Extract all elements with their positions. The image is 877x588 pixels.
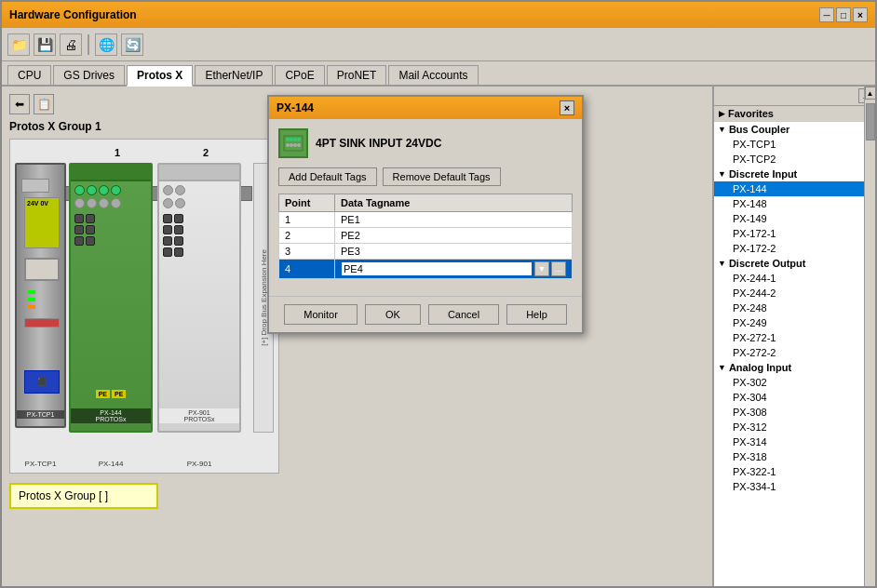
close-button[interactable]: × [853, 7, 868, 22]
editable-cell[interactable]: ▼ … [341, 261, 566, 276]
col-header-tagname: Data Tagname [335, 194, 573, 212]
toolbar-separator [88, 34, 89, 55]
table-row[interactable]: 1 PE1 [279, 212, 573, 228]
tree-item-px-148[interactable]: PX-148 [714, 196, 875, 211]
tree-item-px-314[interactable]: PX-314 [714, 434, 875, 449]
row-tagname-2[interactable]: PE2 [335, 228, 573, 244]
scroll-thumb[interactable] [866, 103, 875, 140]
row-tagname-4-cell[interactable]: ▼ … [335, 260, 573, 279]
section-bus-coupler: ▼ Bus Coupler PX-TCP1 PX-TCP2 [714, 122, 875, 167]
row-tagname-3[interactable]: PE3 [335, 244, 573, 260]
module-label-901: PX-901PROTOSx [159, 408, 239, 423]
tree-item-px-272-2[interactable]: PX-272-2 [714, 345, 875, 360]
add-tags-button[interactable]: Add Default Tags [278, 167, 377, 186]
monitor-button[interactable]: Monitor [284, 304, 358, 325]
section-header-bus-coupler[interactable]: ▼ Bus Coupler [714, 122, 875, 137]
tree-item-px-249[interactable]: PX-249 [714, 315, 875, 330]
tree-item-px-312[interactable]: PX-312 [714, 420, 875, 434]
slot-number-1: 1 [75, 147, 159, 158]
ok-button[interactable]: OK [365, 304, 421, 325]
title-bar: Hardware Configuration ─ □ × [2, 2, 875, 28]
cpu-blue-icon: ⬛ [24, 370, 60, 394]
svg-point-7 [293, 143, 297, 147]
tree-item-px-308[interactable]: PX-308 [714, 405, 875, 420]
minimize-button[interactable]: ─ [819, 7, 834, 22]
label-px-144: PX-144 [69, 460, 153, 468]
help-button[interactable]: Help [506, 304, 567, 325]
maximize-button[interactable]: □ [836, 7, 851, 22]
open-button[interactable]: 📁 [7, 33, 30, 56]
favorites-header[interactable]: ▶ Favorites [714, 106, 875, 122]
section-header-discrete-output[interactable]: ▼ Discrete Output [714, 256, 875, 271]
tree-item-px-172-2[interactable]: PX-172-2 [714, 241, 875, 256]
section-discrete-output: ▼ Discrete Output PX-244-1 PX-244-2 PX-2… [714, 256, 875, 360]
tab-gs-drives[interactable]: GS Drives [53, 65, 125, 85]
port-group-3 [159, 181, 239, 212]
tab-protos-x[interactable]: Protos X [127, 65, 193, 87]
copy-icon[interactable]: 📋 [34, 94, 54, 114]
tab-cpu[interactable]: CPU [7, 65, 51, 85]
row-point-4: 4 [279, 260, 335, 279]
modal-dialog: PX-144 × [267, 95, 584, 334]
section-header-discrete-input[interactable]: ▼ Discrete Input [714, 167, 875, 181]
bottom-group-label: Protos X Group [ ] [19, 489, 108, 502]
tree-item-px-144[interactable]: PX-144 [714, 181, 875, 196]
title-bar-buttons: ─ □ × [819, 7, 868, 22]
toolbar: 📁 💾 🖨 🌐 🔄 [2, 28, 875, 61]
vertical-scrollbar[interactable]: ▲ ▼ [864, 87, 875, 588]
tab-pronet[interactable]: ProNET [327, 65, 387, 85]
print-button[interactable]: 🖨 [60, 33, 82, 56]
tree-item-px-302[interactable]: PX-302 [714, 375, 875, 390]
table-row-selected[interactable]: 4 ▼ … [279, 260, 573, 279]
svg-point-6 [290, 143, 293, 147]
tree-item-px-149[interactable]: PX-149 [714, 211, 875, 226]
modal-title-bar: PX-144 × [269, 97, 582, 119]
device-header: 4PT SINK INPUT 24VDC [278, 128, 573, 158]
tree-item-px-322-1[interactable]: PX-322-1 [714, 464, 875, 479]
tree-item-px-tcp1[interactable]: PX-TCP1 [714, 137, 875, 152]
module-top-bar-1 [71, 165, 151, 181]
section-expander-bus-coupler: ▼ [718, 125, 726, 134]
ellipsis-btn[interactable]: … [551, 261, 566, 276]
tree-item-px-244-1[interactable]: PX-244-1 [714, 271, 875, 286]
scroll-track [865, 100, 875, 588]
modal-close-button[interactable]: × [560, 100, 574, 115]
tab-cpoe[interactable]: CPoE [275, 65, 324, 85]
tree-item-px-334-1[interactable]: PX-334-1 [714, 479, 875, 494]
right-panel: ▲ ▶ Favorites ▼ Bus Coupler PX-TCP1 PX-T… [712, 87, 875, 588]
svg-point-2 [290, 138, 293, 141]
scroll-up-btn[interactable]: ▲ [865, 87, 876, 100]
tree-item-px-318[interactable]: PX-318 [714, 449, 875, 464]
tagname-input[interactable] [341, 261, 533, 276]
tree-item-px-248[interactable]: PX-248 [714, 301, 875, 315]
led-group [28, 290, 35, 309]
module-slot-2[interactable]: PX-901PROTOSx [157, 163, 241, 433]
remove-tags-button[interactable]: Remove Default Tags [383, 167, 501, 186]
tab-mail-accounts[interactable]: Mail Accounts [388, 65, 478, 85]
cpu-module[interactable]: 24V 0V ⬛ PX-TCP1 [15, 163, 66, 428]
dropdown-arrow-btn[interactable]: ▼ [534, 261, 549, 276]
tree-item-px-304[interactable]: PX-304 [714, 390, 875, 405]
tree-item-px-172-1[interactable]: PX-172-1 [714, 226, 875, 241]
tree-item-px-tcp2[interactable]: PX-TCP2 [714, 152, 875, 167]
row-point-3: 3 [279, 244, 335, 260]
tree-item-px-244-2[interactable]: PX-244-2 [714, 286, 875, 301]
table-row[interactable]: 2 PE2 [279, 228, 573, 244]
modal-body: 4PT SINK INPUT 24VDC Add Default Tags Re… [269, 119, 582, 296]
tab-ethernet-ip[interactable]: EtherNet/IP [195, 65, 273, 85]
network-button[interactable]: 🌐 [95, 33, 117, 56]
arrow-left-icon[interactable]: ⬅ [9, 94, 30, 114]
cancel-button[interactable]: Cancel [428, 304, 499, 325]
tree-scroll-nav: ▲ [714, 87, 875, 106]
section-expander-discrete-output: ▼ [718, 259, 726, 268]
section-discrete-input: ▼ Discrete Input PX-144 PX-148 PX-149 PX… [714, 167, 875, 256]
module-slot-1[interactable]: PE PE PX-144PROTOSx [69, 163, 153, 433]
tree-item-px-272-1[interactable]: PX-272-1 [714, 330, 875, 345]
save-button[interactable]: 💾 [34, 33, 56, 56]
row-tagname-1[interactable]: PE1 [335, 212, 573, 228]
table-row[interactable]: 3 PE3 [279, 244, 573, 260]
tab-bar: CPU GS Drives Protos X EtherNet/IP CPoE … [2, 61, 875, 87]
refresh-button[interactable]: 🔄 [121, 33, 143, 56]
tag-button-row: Add Default Tags Remove Default Tags [278, 167, 573, 186]
section-header-analog-input[interactable]: ▼ Analog Input [714, 360, 875, 375]
